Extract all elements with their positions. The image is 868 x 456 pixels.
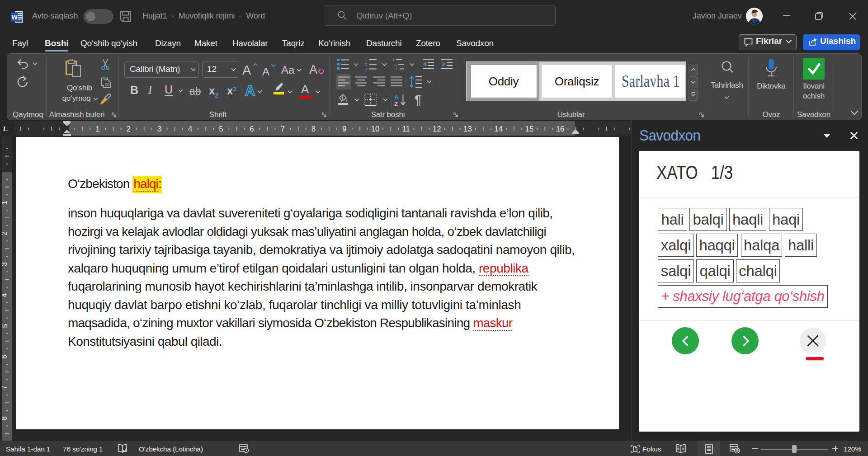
svg-text:6: 6 [2,355,9,359]
svg-text:8: 8 [2,416,9,420]
svg-text:4: 4 [2,293,9,297]
svg-text:12: 12 [433,125,441,133]
svg-text:3: 3 [157,125,161,133]
svg-text:1: 1 [365,57,367,62]
svg-text:5: 5 [219,125,223,133]
svg-text:a: a [394,62,396,67]
svg-text:7: 7 [281,125,285,133]
svg-text:13: 13 [463,125,472,133]
svg-text:7: 7 [2,385,9,390]
svg-text:Z: Z [394,100,398,107]
svg-text:10: 10 [371,125,379,133]
svg-text:3: 3 [365,67,367,71]
svg-text:2: 2 [2,231,9,235]
svg-text:14: 14 [494,125,503,133]
svg-text:2: 2 [365,62,367,67]
svg-text:1: 1 [95,125,99,133]
svg-text:W: W [11,14,18,21]
svg-text:3: 3 [2,262,9,266]
svg-text:6: 6 [250,125,254,133]
svg-text:2: 2 [127,125,131,133]
svg-text:11: 11 [402,125,410,133]
svg-text:1: 1 [2,201,9,205]
svg-text:16: 16 [556,125,565,133]
svg-text:8: 8 [311,125,316,133]
svg-text:i: i [396,67,397,71]
svg-text:A: A [394,94,399,101]
svg-text:5: 5 [2,324,9,328]
svg-text:9: 9 [342,125,346,133]
svg-text:15: 15 [525,125,533,133]
svg-text:1: 1 [392,57,395,62]
svg-text:4: 4 [188,125,192,133]
